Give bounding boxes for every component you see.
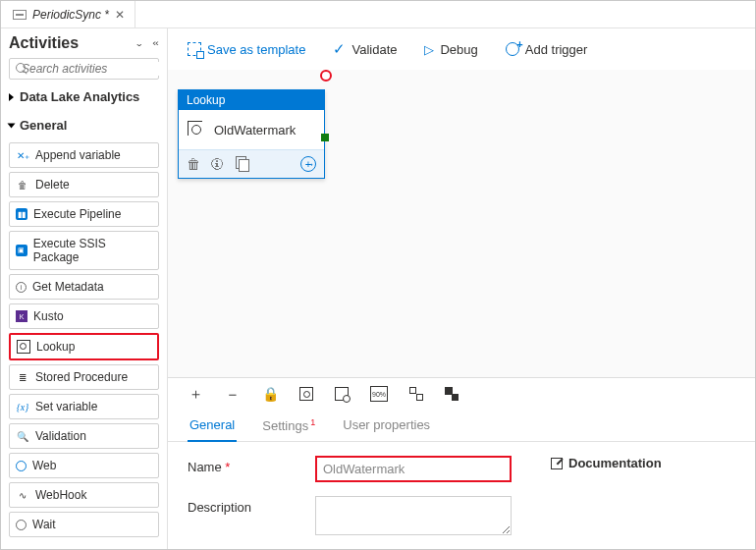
fit-selection-button[interactable]	[299, 387, 313, 401]
activity-delete[interactable]: 🗑Delete	[9, 172, 159, 197]
node-delete-button[interactable]: 🗑	[187, 156, 200, 172]
activity-wait[interactable]: Wait	[9, 512, 159, 537]
kusto-icon: K	[16, 310, 27, 322]
pipeline-tab[interactable]: PeriodicSync * ✕	[3, 1, 135, 28]
activity-web[interactable]: Web	[9, 453, 159, 478]
save-template-icon	[188, 42, 201, 56]
activity-kusto[interactable]: KKusto	[9, 303, 159, 329]
lock-button[interactable]: 🔒	[262, 386, 278, 402]
validate-button[interactable]: ✓Validate	[333, 40, 397, 58]
close-icon[interactable]: ✕	[115, 8, 125, 22]
delete-icon: 🗑	[16, 178, 29, 192]
zoom-in-button[interactable]: ＋	[188, 386, 203, 402]
activities-search[interactable]	[9, 58, 159, 80]
activity-append-variable[interactable]: ✕₊Append variable	[9, 142, 159, 168]
node-type-label: Lookup	[179, 90, 324, 110]
collapse-panel-icon[interactable]: «	[152, 38, 159, 48]
chevron-right-icon	[9, 93, 14, 101]
web-icon	[16, 461, 27, 471]
activities-sidebar: Activities ⌄ « Data Lake Analytics Gener…	[1, 28, 168, 549]
collapse-all-icon[interactable]: ⌄	[135, 38, 144, 48]
ssis-icon: ▣	[16, 245, 27, 256]
activities-heading: Activities	[9, 34, 79, 52]
pipeline-icon	[13, 10, 27, 20]
wait-icon	[16, 520, 27, 530]
category-general[interactable]: General	[9, 114, 159, 137]
name-field[interactable]	[315, 456, 512, 482]
align-button[interactable]	[409, 387, 423, 401]
pipeline-canvas[interactable]: Lookup OldWatermark 🗑 🛈 +	[168, 70, 755, 377]
pipeline-tab-title: PeriodicSync *	[32, 8, 109, 22]
play-icon: ▷	[424, 42, 434, 57]
tab-user-properties[interactable]: User properties	[341, 410, 432, 441]
activity-get-metadata[interactable]: iGet Metadata	[9, 274, 159, 300]
save-as-template-button[interactable]: Save as template	[188, 42, 305, 57]
metadata-icon: i	[16, 282, 27, 293]
editor-tabstrip: PeriodicSync * ✕	[1, 1, 755, 28]
stored-procedure-icon: ≣	[16, 370, 29, 384]
validation-icon: 🔍	[16, 429, 29, 443]
node-info-button[interactable]: 🛈	[210, 156, 224, 172]
properties-tabs: General Settings1 User properties	[168, 410, 755, 442]
set-variable-icon: {x}	[16, 400, 29, 413]
category-data-lake-analytics[interactable]: Data Lake Analytics	[9, 85, 159, 108]
lookup-icon	[17, 340, 30, 354]
properties-panel: ＋ − 🔒 90% General Settings1 User propert…	[168, 377, 755, 549]
activity-webhook[interactable]: ∿WebHook	[9, 482, 159, 508]
activity-validation[interactable]: 🔍Validation	[9, 423, 159, 449]
callout-marker	[320, 70, 332, 82]
auto-layout-button[interactable]	[445, 387, 459, 401]
description-label: Description	[188, 496, 315, 515]
activity-execute-pipeline[interactable]: ▮▮Execute Pipeline	[9, 201, 159, 227]
append-variable-icon: ✕₊	[16, 148, 29, 162]
execute-pipeline-icon: ▮▮	[16, 208, 27, 220]
activity-node-lookup[interactable]: Lookup OldWatermark 🗑 🛈 +	[178, 89, 325, 179]
check-icon: ✓	[333, 40, 346, 58]
fit-all-button[interactable]	[335, 387, 349, 401]
add-trigger-button[interactable]: Add trigger	[506, 42, 588, 57]
activity-execute-ssis[interactable]: ▣Execute SSIS Package	[9, 231, 159, 270]
node-name-label: OldWatermark	[214, 123, 296, 138]
webhook-icon: ∿	[16, 488, 29, 502]
tab-general[interactable]: General	[188, 410, 237, 442]
tab-settings[interactable]: Settings1	[260, 410, 317, 441]
activity-set-variable[interactable]: {x}Set variable	[9, 394, 159, 419]
required-indicator-icon: 1	[310, 417, 315, 427]
lookup-icon	[187, 120, 206, 139]
activity-lookup[interactable]: Lookup	[9, 333, 159, 360]
search-input[interactable]	[22, 62, 168, 76]
pipeline-toolbar: Save as template ✓Validate ▷Debug Add tr…	[168, 28, 755, 70]
debug-button[interactable]: ▷Debug	[424, 42, 477, 57]
external-link-icon	[551, 458, 563, 469]
canvas-toolbar: ＋ − 🔒 90%	[168, 378, 755, 410]
node-success-handle[interactable]	[321, 134, 329, 141]
name-label: Name *	[188, 456, 315, 474]
activities-list: ✕₊Append variable 🗑Delete ▮▮Execute Pipe…	[9, 142, 159, 537]
node-add-output-button[interactable]: +	[300, 156, 316, 172]
zoom-percent-button[interactable]: 90%	[370, 386, 388, 402]
description-field[interactable]	[315, 496, 512, 535]
zoom-out-button[interactable]: −	[225, 386, 241, 402]
chevron-down-icon	[8, 123, 16, 128]
trigger-icon	[506, 42, 519, 56]
documentation-link[interactable]: Documentation	[551, 456, 662, 470]
activity-stored-procedure[interactable]: ≣Stored Procedure	[9, 364, 159, 390]
